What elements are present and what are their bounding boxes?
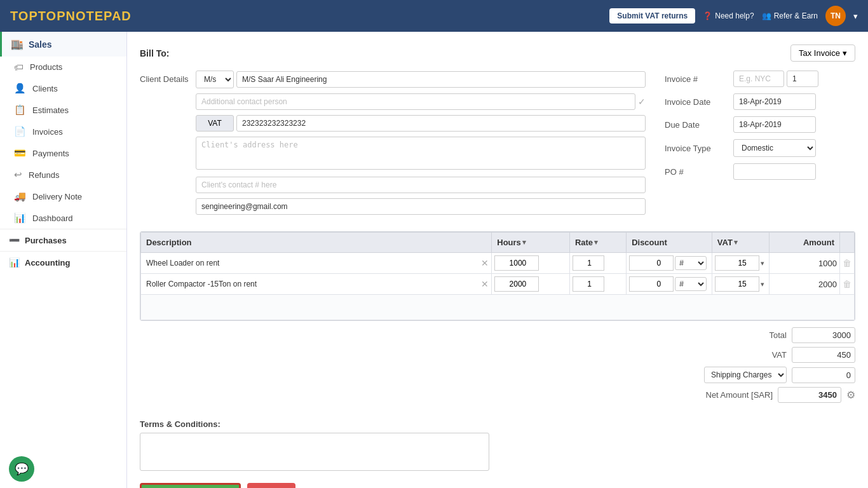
sidebar-purchases-header[interactable]: ➖ Purchases: [0, 229, 126, 251]
vat-cell-2: ▾: [712, 274, 769, 295]
gear-button[interactable]: ⚙: [846, 389, 855, 401]
terms-textarea[interactable]: [140, 433, 489, 471]
total-value: 3000: [792, 327, 855, 343]
discount-cell-2: # %: [627, 274, 712, 295]
nav-chevron-icon[interactable]: ▾: [853, 11, 858, 21]
sidebar-item-estimates[interactable]: 📋 Estimates: [0, 99, 126, 121]
close-button[interactable]: Close: [247, 483, 295, 488]
net-amount-row: Net Amount [SAR] 3450 ⚙: [706, 387, 856, 403]
invoice-num-row: Invoice #: [665, 71, 855, 87]
hours-input-1[interactable]: [494, 255, 539, 271]
refer-earn-link[interactable]: 👥 Refer & Earn: [762, 11, 818, 20]
rate-input-1[interactable]: [573, 255, 604, 271]
sidebar-item-products[interactable]: 🏷 Products: [0, 57, 126, 78]
due-date-label: Due Date: [665, 120, 728, 130]
terms-section: Terms & Conditions:: [140, 419, 855, 473]
discount-header: Discount: [627, 233, 712, 253]
hours-dropdown-icon[interactable]: ▾: [522, 238, 526, 247]
invoice-num-input[interactable]: [787, 71, 818, 87]
contact-input[interactable]: [196, 177, 646, 193]
invoice-details-section: Invoice # Invoice Date Due Date: [665, 71, 855, 220]
vat-arrow-2[interactable]: ▾: [761, 280, 764, 288]
email-input[interactable]: [196, 198, 646, 215]
products-label: Products: [30, 62, 62, 72]
clear-btn-1[interactable]: ✕: [481, 258, 489, 268]
invoice-prefix-input[interactable]: [733, 71, 784, 87]
tax-invoice-label: Tax Invoice: [799, 48, 840, 58]
description-header-label: Description: [146, 238, 192, 247]
submit-vat-button[interactable]: Submit VAT returns: [609, 8, 695, 24]
delete-col-header: [840, 233, 855, 253]
delivery-icon: 🚚: [14, 191, 26, 202]
delete-cell-2: 🗑: [840, 274, 855, 295]
rate-dropdown-icon[interactable]: ▾: [594, 238, 598, 247]
vat-num-2[interactable]: [715, 276, 759, 292]
invoice-type-select[interactable]: Domestic International: [733, 139, 816, 157]
sidebar-item-refunds[interactable]: ↩ Refunds: [0, 164, 126, 186]
chat-section: 💬: [0, 450, 126, 488]
sidebar-item-payments[interactable]: 💳 Payments: [0, 142, 126, 164]
tax-invoice-button[interactable]: Tax Invoice ▾: [790, 44, 855, 62]
client-prefix-select[interactable]: M/s Mr. Ms.: [196, 71, 234, 88]
discount-cell-1: # %: [627, 253, 712, 274]
sidebar-item-invoices[interactable]: 📄 Invoices: [0, 121, 126, 142]
amount-label: Amount: [803, 238, 834, 247]
discount-num-1[interactable]: [629, 255, 674, 271]
vat-num-1[interactable]: [715, 255, 759, 271]
vat-input[interactable]: [236, 115, 646, 132]
form-body: Client Details M/s Mr. Ms.: [140, 71, 855, 220]
content-area: Bill To: Tax Invoice ▾ Client Details M/…: [127, 32, 868, 488]
discount-type-1[interactable]: # %: [675, 256, 707, 270]
invoice-type-label: Invoice Type: [665, 144, 728, 153]
sidebar-accounting-header[interactable]: 📊 Accounting: [0, 251, 126, 273]
rate-input-2[interactable]: [573, 276, 604, 292]
client-name-input[interactable]: [236, 71, 646, 88]
delete-btn-2[interactable]: 🗑: [843, 279, 851, 289]
discount-type-2[interactable]: # %: [675, 277, 707, 291]
additional-contact-input[interactable]: [196, 93, 635, 110]
shipping-charges-select[interactable]: Shipping Charges: [704, 367, 787, 383]
desc-input-2[interactable]: [144, 277, 473, 291]
vat-cell-1: ▾: [712, 253, 769, 274]
vat-row: VAT: [196, 115, 646, 132]
items-table: Description Hours ▾ Rate ▾: [140, 232, 855, 320]
total-label: Total: [736, 330, 787, 340]
need-help-link[interactable]: ❓ Need help?: [703, 11, 754, 20]
vat-summary-row: VAT 450: [736, 347, 855, 363]
discount-num-2[interactable]: [629, 276, 674, 292]
avatar[interactable]: TN: [825, 6, 846, 26]
sidebar-item-clients[interactable]: 👤 Clients: [0, 78, 126, 99]
table-header: Description Hours ▾ Rate ▾: [141, 233, 855, 253]
delete-btn-1[interactable]: 🗑: [843, 258, 851, 268]
logo: TopTopNotepad: [10, 9, 132, 24]
sidebar-item-dashboard[interactable]: 📊 Dashboard: [0, 207, 126, 229]
sidebar-sales-header[interactable]: 🏬 Sales: [0, 32, 126, 57]
refunds-icon: ↩: [14, 169, 22, 180]
invoice-date-input[interactable]: [733, 93, 816, 110]
check-icon[interactable]: ✓: [638, 97, 646, 107]
clients-label: Clients: [32, 84, 58, 93]
summary-section: Total 3000 VAT 450 Shipping Charges 0 Ne…: [140, 321, 855, 409]
additional-contact-row: ✓: [196, 93, 646, 110]
chat-button[interactable]: 💬: [9, 456, 34, 482]
purchases-label: Purchases: [25, 236, 67, 245]
vat-label: VAT: [196, 115, 234, 132]
need-help-label: Need help?: [715, 11, 754, 20]
empty-row: [141, 295, 855, 320]
purchases-icon: ➖: [9, 235, 20, 245]
accounting-label: Accounting: [25, 258, 71, 268]
invoice-date-label: Invoice Date: [665, 97, 728, 107]
invoice-num-label: Invoice #: [665, 74, 728, 84]
due-date-input[interactable]: [733, 116, 816, 133]
discount-input-group-1: # %: [629, 255, 709, 271]
desc-input-1[interactable]: [144, 256, 473, 270]
sidebar-item-delivery-note[interactable]: 🚚 Delivery Note: [0, 186, 126, 207]
po-input[interactable]: [733, 163, 816, 180]
vat-arrow-1[interactable]: ▾: [761, 259, 764, 268]
clear-btn-2[interactable]: ✕: [481, 279, 489, 289]
hours-input-2[interactable]: [494, 276, 539, 292]
invoice-type-row: Invoice Type Domestic International: [665, 139, 855, 157]
generate-invoice-button[interactable]: Generate Invoice: [140, 483, 241, 488]
vat-dropdown-icon[interactable]: ▾: [734, 238, 738, 247]
address-textarea[interactable]: [196, 137, 646, 170]
